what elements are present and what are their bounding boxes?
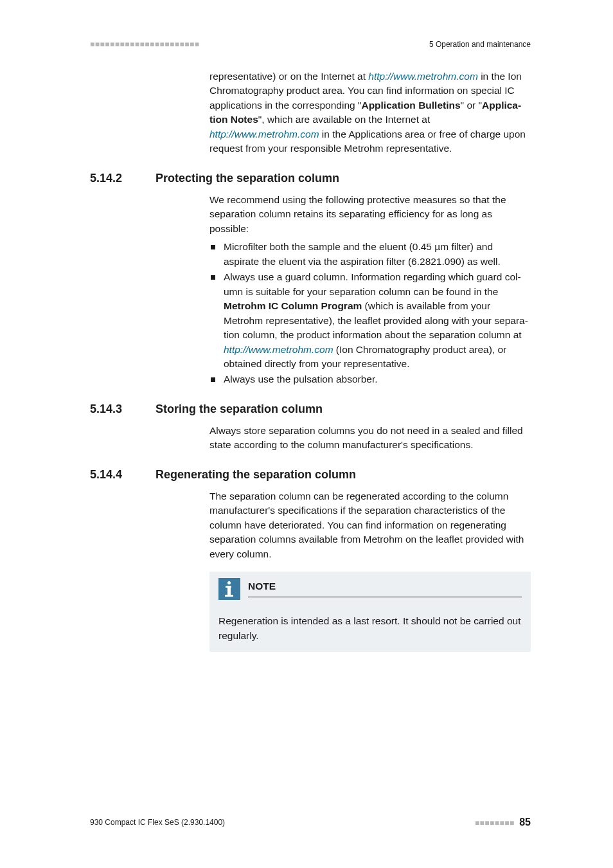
heading-5-14-3: 5.14.3 Storing the separation column [90, 402, 531, 416]
paragraph: The separation column can be regenerated… [209, 489, 531, 561]
link-metrohm-1[interactable]: http://www.metrohm.com [368, 71, 478, 82]
chapter-title: 5 Operation and maintenance [429, 40, 531, 49]
heading-text: Regenerating the separation column [155, 468, 356, 482]
header-dashes: ■■■■■■■■■■■■■■■■■■■■■■ [90, 40, 199, 49]
heading-5-14-2: 5.14.2 Protecting the separation column [90, 172, 531, 185]
intro-text: " or " [461, 100, 482, 111]
link-metrohm-2[interactable]: http://www.metrohm.com [209, 129, 319, 140]
paragraph: Always store separation columns you do n… [209, 424, 531, 453]
list-text: Always use a guard column. Information r… [224, 271, 521, 296]
bold-app-bulletins: Application Bulletins [361, 100, 460, 111]
page-number: 85 [519, 817, 531, 827]
heading-number: 5.14.3 [90, 402, 155, 416]
info-icon [218, 578, 240, 600]
heading-number: 5.14.2 [90, 172, 155, 185]
heading-text: Protecting the separation column [155, 172, 339, 185]
note-title: NOTE [248, 579, 522, 597]
list-item: Always use a guard column. Information r… [209, 270, 531, 371]
intro-text: ", which are available on the Internet a… [258, 114, 430, 125]
note-body: Regeneration is intended as a last resor… [218, 614, 522, 643]
heading-text: Storing the separation column [155, 402, 323, 416]
page-header: ■■■■■■■■■■■■■■■■■■■■■■ 5 Operation and m… [90, 40, 531, 49]
section-5-14-2-body: We recommend using the following protect… [209, 193, 531, 387]
link-metrohm-3[interactable]: http://www.metrohm.com [224, 344, 333, 355]
footer-doc-id: 930 Compact IC Flex SeS (2.930.1400) [90, 818, 225, 827]
list-item: Microfilter both the sample and the elue… [209, 240, 531, 269]
paragraph: We recommend using the following protect… [209, 193, 531, 236]
page-footer: 930 Compact IC Flex SeS (2.930.1400) ■■■… [90, 817, 531, 828]
intro-continuation: representative) or on the Internet at ht… [209, 69, 531, 156]
footer-dashes: ■■■■■■■■ [475, 818, 515, 827]
heading-number: 5.14.4 [90, 468, 155, 482]
note-block: NOTE Regeneration is intended as a last … [209, 572, 531, 652]
intro-text: representative) or on the Internet at [209, 71, 368, 82]
list-item: Always use the pulsation absorber. [209, 372, 531, 386]
section-5-14-3-body: Always store separation columns you do n… [209, 424, 531, 453]
bold-column-program: Metrohm IC Column Program [224, 300, 362, 311]
heading-5-14-4: 5.14.4 Regenerating the separation colum… [90, 468, 531, 482]
section-5-14-4-body: The separation column can be regenerated… [209, 489, 531, 561]
